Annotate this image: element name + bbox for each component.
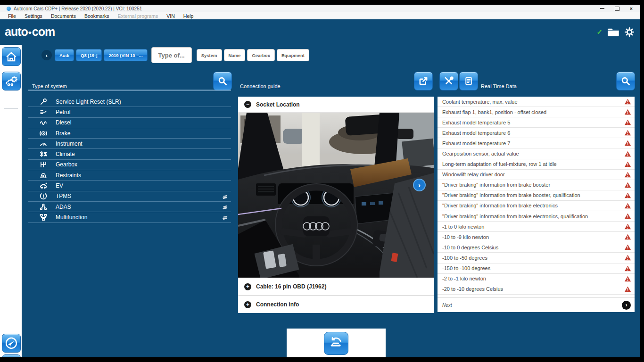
breadcrumb-gearbox[interactable]: Gearbox [247, 49, 275, 61]
realtime-row[interactable]: Exhaust model temperature 5 [438, 117, 635, 128]
menu-file[interactable]: File [4, 13, 20, 19]
tools-icon [444, 76, 454, 86]
realtime-row[interactable]: -2 to -1 kilo newton [438, 274, 635, 284]
system-row-tpms[interactable]: TPMS [28, 191, 231, 202]
report-icon [464, 76, 473, 86]
system-row-multifunction[interactable]: Multifunction [28, 212, 231, 222]
breadcrumb-equipment[interactable]: Equipment [277, 49, 309, 61]
connect-vehicle-button[interactable] [324, 332, 348, 355]
system-label: Climate [56, 151, 231, 157]
systems-search-button[interactable] [213, 72, 232, 90]
adjustments-button[interactable] [439, 72, 458, 90]
connection-panel-title: Connection guide [240, 83, 281, 89]
section-connection-info[interactable]: + Connection info [238, 296, 434, 313]
system-row-diesel[interactable]: Diesel [28, 118, 231, 128]
settings-gear-icon[interactable] [624, 27, 635, 37]
system-row-adas[interactable]: ADAS [28, 202, 231, 212]
search-icon [621, 76, 630, 86]
menu-vin[interactable]: VIN [162, 13, 179, 19]
app-window: Autocom Cars CDP+ | Release 2020 (2020.2… [0, 5, 640, 357]
system-row-instrument[interactable]: Instrument [28, 139, 231, 149]
folder-icon[interactable] [607, 27, 619, 37]
expand-icon[interactable]: + [244, 283, 251, 290]
realtime-row[interactable]: -150 to -100 degrees [438, 263, 635, 274]
breadcrumb-type-of[interactable]: Type of... [151, 47, 192, 63]
realtime-search-button[interactable] [616, 72, 635, 90]
realtime-row[interactable]: Exhaust model temperature 6 [438, 128, 635, 138]
ev-car-icon [39, 182, 48, 189]
wrench-icon [39, 98, 48, 106]
realtime-row[interactable]: -10 to -9 kilo newton [438, 232, 635, 242]
realtime-row[interactable]: "Driver braking" information from brake … [438, 190, 635, 201]
warning-icon [624, 151, 631, 157]
realtime-row[interactable]: "Driver braking" information from brake … [438, 180, 635, 190]
systems-panel-title: Type of system [32, 83, 67, 89]
parameter-label: Windowlift relay driver door [442, 172, 624, 177]
menu-help[interactable]: Help [179, 13, 198, 19]
breadcrumb-system[interactable]: System [197, 49, 222, 61]
collapse-icon[interactable]: − [244, 101, 251, 108]
vehicle-docs-icon [222, 193, 228, 199]
menu-documents[interactable]: Documents [47, 13, 80, 19]
section-cable[interactable]: + Cable: 16 pin OBD (J1962) [238, 278, 434, 296]
image-next-button[interactable]: › [413, 179, 426, 191]
help-button[interactable]: ? [2, 354, 21, 357]
realtime-row[interactable]: Coolant temperature, max. value [438, 97, 635, 107]
system-row-climate[interactable]: Climate [28, 149, 231, 159]
warning-icon [624, 119, 631, 125]
airplane-mode-button[interactable] [2, 334, 21, 353]
realtime-row[interactable]: -20 to -10 degrees Celsius [438, 284, 635, 295]
next-page-button[interactable]: › [622, 301, 631, 310]
logo-text-2: com [32, 25, 55, 39]
system-row-service-light-reset-slr[interactable]: Service Light Reset (SLR) [28, 97, 231, 107]
realtime-row[interactable]: -10 to 0 degrees Celsius [438, 242, 635, 253]
breadcrumb-back-button[interactable]: ‹ [41, 50, 52, 60]
breadcrumb-2019-vin-10[interactable]: 2019 (VIN 10 =... [104, 49, 147, 61]
injector-icon [39, 108, 48, 116]
realtime-row[interactable]: -1 to 0 kilo newton [438, 222, 635, 232]
vehicle-select-button[interactable] [2, 72, 21, 90]
realtime-row[interactable]: Long-term adaptation of fuel-mixture, ro… [438, 159, 635, 170]
system-row-brake[interactable]: Brake [28, 128, 231, 139]
warning-icon [624, 234, 631, 240]
tpms-icon [39, 192, 48, 200]
export-icon [419, 76, 428, 86]
logo-text-1: auto [5, 25, 28, 39]
gearbox-icon [39, 161, 48, 168]
close-button[interactable]: × [630, 6, 633, 11]
open-external-button[interactable] [414, 72, 433, 90]
realtime-row[interactable]: Gearposition sensor, actual value [438, 148, 635, 159]
titlebar: Autocom Cars CDP+ | Release 2020 (2020.2… [0, 5, 640, 12]
warning-icon [624, 286, 631, 292]
breadcrumb-audi[interactable]: Audi [55, 49, 74, 61]
menu-bookmarks[interactable]: Bookmarks [80, 13, 114, 19]
realtime-row[interactable]: Exhaust model temperature 7 [438, 138, 635, 148]
parameter-label: "Driver braking" information from brake … [442, 214, 624, 219]
realtime-row[interactable]: "Driver braking" information from brake … [438, 201, 635, 211]
realtime-row[interactable]: Exhaust flap 1, bank1, position - offset… [438, 107, 635, 117]
section-label: Connection info [256, 301, 299, 308]
bottom-action-panel [287, 329, 386, 357]
home-button[interactable] [2, 47, 21, 66]
system-row-gearbox[interactable]: Gearbox [28, 160, 231, 170]
minimize-button[interactable] [600, 8, 604, 9]
expand-icon[interactable]: + [244, 301, 251, 308]
realtime-row[interactable]: -100 to -50 degrees [438, 253, 635, 263]
system-row-ev[interactable]: EV [28, 181, 231, 191]
system-label: Diesel [56, 119, 231, 126]
breadcrumb-name[interactable]: Name [224, 49, 246, 61]
app-icon [7, 7, 11, 11]
menu-settings[interactable]: Settings [20, 13, 47, 19]
question-icon: ? [4, 357, 18, 357]
maximize-button[interactable] [615, 7, 619, 11]
breadcrumb-q8-19[interactable]: Q8 [19-] [76, 49, 102, 61]
realtime-row[interactable]: "Driver braking" information from brake … [438, 211, 635, 222]
report-button[interactable] [459, 72, 478, 90]
section-socket-location[interactable]: − Socket Location [238, 97, 434, 113]
breadcrumb: ‹AudiQ8 [19-]2019 (VIN 10 =...Type of...… [41, 47, 311, 64]
warning-icon [624, 99, 631, 105]
window-title: Autocom Cars CDP+ | Release 2020 (2020.2… [14, 6, 142, 11]
system-row-petrol[interactable]: Petrol [28, 107, 231, 117]
system-row-restraints[interactable]: Restraints [28, 170, 231, 181]
realtime-row[interactable]: Windowlift relay driver door [438, 170, 635, 180]
